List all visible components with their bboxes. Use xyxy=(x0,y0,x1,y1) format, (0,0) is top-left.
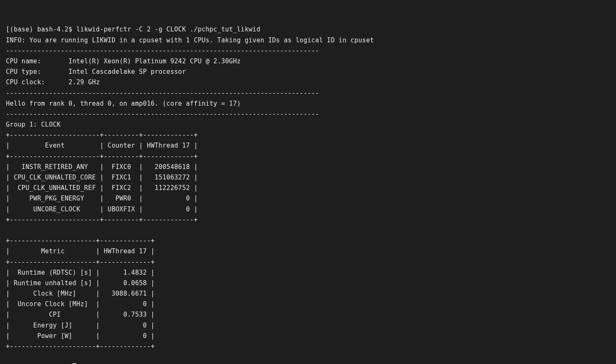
table2-row: | CPI | 0.7533 | xyxy=(6,311,155,318)
table1-border: +-----------------------+---------+-----… xyxy=(6,216,198,224)
hello-line: Hello from rank 0, thread 0, on amp016. … xyxy=(6,100,241,107)
table2-row: | Runtime (RDTSC) [s] | 1.4832 | xyxy=(6,269,155,276)
cpu-clock-value: 2.29 GHz xyxy=(68,78,100,86)
table1-header: | Event | Counter | HWThread 17 | xyxy=(6,142,198,149)
cpu-name-value: Intel(R) Xeon(R) Platinum 9242 CPU @ 2.3… xyxy=(68,57,241,65)
terminal-output: [(base) bash-4.2$ likwid-perfctr -C 2 -g… xyxy=(6,26,374,364)
table1-row: | UNCORE_CLOCK | UBOXFIX | 0 | xyxy=(6,205,198,213)
info-line: INFO: You are running LIKWID in a cpuset… xyxy=(6,36,374,44)
table1-row: | CPU_CLK_UNHALTED_REF | FIXC2 | 1122267… xyxy=(6,184,198,192)
cpu-clock-label: CPU clock: xyxy=(6,78,45,86)
hr: ----------------------------------------… xyxy=(6,110,319,118)
table2-border: +----------------------+-------------+ xyxy=(6,258,155,266)
table2-row: | Clock [MHz] | 3088.6671 | xyxy=(6,290,155,297)
table2-row: | Uncore Clock [MHz] | 0 | xyxy=(6,300,155,308)
cpu-type-value: Intel Cascadelake SP processor xyxy=(68,68,186,75)
table1-row: | CPU_CLK_UNHALTED_CORE | FIXC1 | 151063… xyxy=(6,174,198,181)
table1-row: | INSTR_RETIRED_ANY | FIXC0 | 200548618 … xyxy=(6,163,198,171)
table2-border: +----------------------+-------------+ xyxy=(6,237,155,244)
command-text: likwid-perfctr -C 2 -g CLOCK ./pchpc_tut… xyxy=(76,26,261,33)
table1-border: +-----------------------+---------+-----… xyxy=(6,131,198,139)
table1-border: +-----------------------+---------+-----… xyxy=(6,153,198,160)
table2-row: | Power [W] | 0 | xyxy=(6,332,155,340)
table1-row: | PWR_PKG_ENERGY | PWR0 | 0 | xyxy=(6,195,198,202)
cpu-type-label: CPU type: xyxy=(6,68,41,75)
table2-row: | Runtime unhalted [s] | 0.0658 | xyxy=(6,279,155,287)
table2-header: | Metric | HWThread 17 | xyxy=(6,247,155,255)
table2-border: +----------------------+-------------+ xyxy=(6,343,155,350)
group-line: Group 1: CLOCK xyxy=(6,121,61,128)
hr: ----------------------------------------… xyxy=(6,47,319,55)
shell-prompt: [(base) bash-4.2$ xyxy=(6,26,76,33)
table2-row: | Energy [J] | 0 | xyxy=(6,322,155,329)
hr: ----------------------------------------… xyxy=(6,89,319,97)
cpu-name-label: CPU name: xyxy=(6,57,41,65)
